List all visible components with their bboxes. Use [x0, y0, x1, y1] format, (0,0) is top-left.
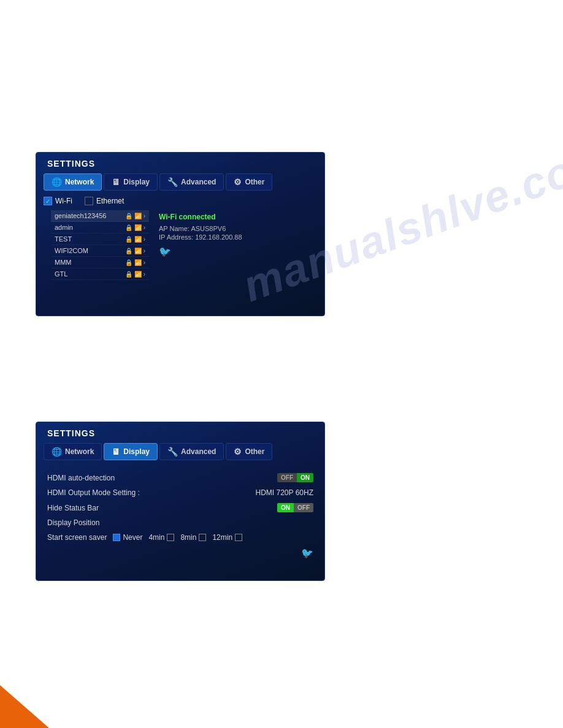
- ethernet-label: Ethernet: [96, 197, 124, 205]
- wifi-name-2: TEST: [55, 235, 125, 243]
- ss-checkbox-4min[interactable]: [167, 534, 174, 541]
- tab-advanced-label-1: Advanced: [181, 178, 216, 186]
- tab-display-label-2: Display: [123, 447, 150, 456]
- settings-panel-display: SETTINGS 🌐 Network 🖥 Display 🔧 Advanced …: [36, 422, 325, 581]
- settings-title-1: SETTINGS: [36, 153, 324, 173]
- other-tab-icon-2: ⚙: [234, 447, 242, 457]
- tabs-row-1: 🌐 Network 🖥 Display 🔧 Advanced ⚙ Other: [36, 173, 324, 197]
- hdmi-mode-label: HDMI Output Mode Setting :: [47, 488, 140, 497]
- wifi-checkbox-label[interactable]: Wi-Fi: [44, 197, 72, 205]
- tab-display-1[interactable]: 🖥 Display: [104, 173, 158, 191]
- display-position-row: Display Position: [47, 515, 313, 530]
- hide-status-label: Hide Status Bar: [47, 504, 99, 512]
- wifi-name-4: MMM: [55, 259, 125, 266]
- tab-network-label-2: Network: [65, 447, 94, 456]
- network-content: geniatech123456 🔒 📶 › admin 🔒 📶 › TEST 🔒…: [44, 210, 317, 280]
- wifi-checkbox[interactable]: [44, 197, 52, 205]
- hide-status-toggle-on: ON: [277, 503, 294, 512]
- settings-panel-network: SETTINGS 🌐 Network 🖥 Display 🔧 Advanced …: [36, 152, 325, 316]
- hdmi-mode-row: HDMI Output Mode Setting : HDMI 720P 60H…: [47, 485, 313, 500]
- hide-status-toggle[interactable]: ON OFF: [277, 503, 313, 512]
- orange-triangle-decoration: [0, 685, 49, 728]
- wifi-item-1[interactable]: admin 🔒 📶 ›: [51, 222, 149, 233]
- wifi-item-3[interactable]: WIFI2COM 🔒 📶 ›: [51, 245, 149, 257]
- wifi-icons-0: 🔒 📶 ›: [125, 213, 145, 219]
- network-tab-icon-1: 🌐: [52, 177, 62, 187]
- screensaver-row: Start screen saver Never 4min 8min 12min: [47, 530, 313, 545]
- hdmi-auto-label: HDMI auto-detection: [47, 474, 115, 482]
- ss-option-4min[interactable]: 4min: [148, 533, 174, 542]
- ss-label-8min: 8min: [180, 533, 196, 542]
- hdmi-auto-toggle[interactable]: OFF ON: [277, 473, 313, 482]
- wifi-toggle-row: Wi-Fi Ethernet: [44, 197, 317, 205]
- other-tab-icon-1: ⚙: [234, 177, 242, 187]
- wifi-icons-3: 🔒 📶 ›: [125, 248, 145, 254]
- display-tab-icon-2: 🖥: [112, 447, 120, 457]
- ethernet-checkbox-label[interactable]: Ethernet: [85, 197, 124, 205]
- tab-display-2[interactable]: 🖥 Display: [104, 443, 158, 460]
- wifi-connected-title: Wi-Fi connected: [159, 213, 310, 221]
- ss-option-never[interactable]: Never: [113, 533, 142, 542]
- advanced-tab-icon-2: 🔧: [167, 447, 178, 457]
- bird-icon-1: 🐦: [159, 246, 310, 257]
- tab-other-2[interactable]: ⚙ Other: [226, 443, 272, 460]
- ap-name-label: AP Name:: [159, 225, 190, 232]
- wifi-status-panel: Wi-Fi connected AP Name: ASUS8PV6 IP Add…: [159, 210, 310, 280]
- wifi-name-3: WIFI2COM: [55, 247, 125, 254]
- tab-other-1[interactable]: ⚙ Other: [226, 173, 272, 191]
- hide-status-toggle-off: OFF: [294, 503, 313, 512]
- ip-label: IP Address:: [159, 233, 193, 241]
- tab-display-label-1: Display: [123, 178, 150, 186]
- wifi-item-0[interactable]: geniatech123456 🔒 📶 ›: [51, 210, 149, 222]
- tab-other-label-1: Other: [245, 178, 264, 186]
- hdmi-mode-value: HDMI 720P 60HZ: [256, 488, 313, 497]
- tab-other-label-2: Other: [245, 447, 264, 456]
- hdmi-auto-toggle-on: ON: [297, 473, 313, 482]
- ip-value: 192.168.200.88: [195, 233, 242, 241]
- wifi-label: Wi-Fi: [55, 197, 72, 205]
- wifi-icons-2: 🔒 📶 ›: [125, 236, 145, 243]
- wifi-name-0: geniatech123456: [55, 212, 125, 219]
- wifi-list: geniatech123456 🔒 📶 › admin 🔒 📶 › TEST 🔒…: [51, 210, 149, 280]
- wifi-icons-1: 🔒 📶 ›: [125, 224, 145, 231]
- wifi-item-2[interactable]: TEST 🔒 📶 ›: [51, 233, 149, 245]
- ap-name-value: ASUS8PV6: [191, 225, 226, 232]
- ap-name-line: AP Name: ASUS8PV6: [159, 225, 310, 232]
- wifi-icons-5: 🔒 📶 ›: [125, 271, 145, 278]
- hide-status-row: Hide Status Bar ON OFF: [47, 500, 313, 515]
- wifi-icons-4: 🔒 📶 ›: [125, 259, 145, 266]
- wifi-name-5: GTL: [55, 270, 125, 278]
- tab-advanced-label-2: Advanced: [181, 447, 216, 456]
- tab-advanced-2[interactable]: 🔧 Advanced: [159, 443, 224, 460]
- tabs-row-2: 🌐 Network 🖥 Display 🔧 Advanced ⚙ Other: [36, 443, 324, 466]
- network-tab-icon-2: 🌐: [52, 447, 62, 457]
- display-position-label: Display Position: [47, 518, 99, 527]
- display-tab-icon-1: 🖥: [112, 177, 120, 187]
- tab-advanced-1[interactable]: 🔧 Advanced: [159, 173, 224, 191]
- wifi-name-1: admin: [55, 224, 125, 231]
- ss-option-12min[interactable]: 12min: [212, 533, 242, 542]
- bird-icon-2: 🐦: [301, 548, 313, 558]
- ss-checkbox-never[interactable]: [113, 534, 120, 541]
- ss-checkbox-8min[interactable]: [199, 534, 206, 541]
- tab-network-label-1: Network: [65, 178, 94, 186]
- tab-network-2[interactable]: 🌐 Network: [44, 443, 102, 460]
- wifi-item-5[interactable]: GTL 🔒 📶 ›: [51, 268, 149, 280]
- wifi-list-container: geniatech123456 🔒 📶 › admin 🔒 📶 › TEST 🔒…: [51, 210, 149, 280]
- wifi-item-4[interactable]: MMM 🔒 📶 ›: [51, 257, 149, 268]
- ss-label-4min: 4min: [148, 533, 164, 542]
- advanced-tab-icon-1: 🔧: [167, 177, 178, 187]
- ss-label-never: Never: [123, 533, 142, 542]
- settings-title-2: SETTINGS: [36, 422, 324, 443]
- ss-option-8min[interactable]: 8min: [180, 533, 206, 542]
- screensaver-label: Start screen saver: [47, 533, 107, 542]
- hdmi-auto-toggle-off: OFF: [277, 473, 297, 482]
- ss-label-12min: 12min: [212, 533, 232, 542]
- display-content: HDMI auto-detection OFF ON HDMI Output M…: [36, 466, 324, 565]
- hdmi-auto-row: HDMI auto-detection OFF ON: [47, 470, 313, 485]
- ip-address-line: IP Address: 192.168.200.88: [159, 233, 310, 241]
- ethernet-checkbox[interactable]: [85, 197, 93, 205]
- tab-network-1[interactable]: 🌐 Network: [44, 173, 102, 191]
- ss-checkbox-12min[interactable]: [235, 534, 242, 541]
